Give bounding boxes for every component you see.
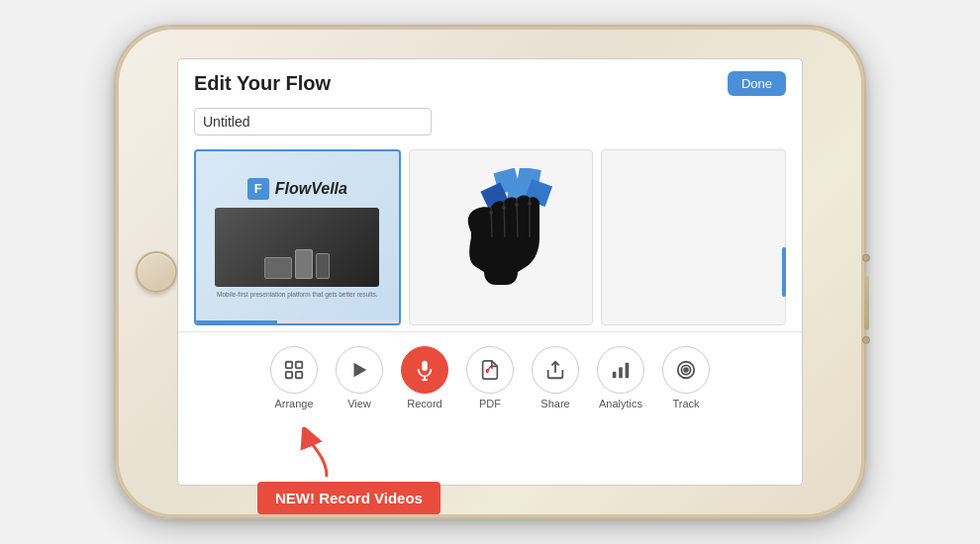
svg-rect-21 [613, 372, 617, 378]
slide-thumb-2[interactable] [409, 149, 594, 325]
toolbar-item-arrange[interactable]: Arrange [270, 346, 318, 409]
svg-rect-22 [619, 367, 623, 378]
screen-header: Edit Your Flow Done [178, 59, 802, 104]
share-icon [544, 359, 566, 381]
svg-point-26 [684, 368, 688, 372]
progress-bar [196, 320, 399, 323]
svg-point-10 [502, 206, 506, 210]
progress-fill [196, 320, 277, 323]
toolbar-item-track[interactable]: Track [662, 346, 710, 409]
record-label: Record [407, 398, 441, 409]
analytics-icon-circle [597, 346, 644, 394]
pdf-icon [479, 359, 501, 381]
svg-rect-18 [422, 361, 428, 371]
arrow-annotation: NEW! Record Videos [257, 427, 441, 514]
flowvella-icon: F [247, 178, 269, 200]
slides-area: F FlowVella [178, 143, 802, 331]
arrow-svg [297, 427, 356, 482]
view-label: View [347, 398, 371, 409]
camera-dot [862, 254, 870, 262]
svg-rect-13 [286, 362, 292, 368]
arrange-icon [283, 359, 305, 381]
page-title: Edit Your Flow [194, 72, 331, 95]
svg-marker-17 [354, 363, 367, 378]
analytics-label: Analytics [599, 398, 642, 409]
fist-graphic [410, 150, 593, 324]
arrange-label: Arrange [274, 398, 313, 409]
side-controls [862, 254, 870, 344]
arrange-icon-circle [270, 346, 318, 394]
iphone-shell: Edit Your Flow Done F FlowVella [114, 25, 866, 519]
svg-rect-23 [626, 363, 630, 379]
pdf-icon-circle [466, 346, 514, 394]
track-icon-circle [662, 346, 710, 394]
toolbar-item-share[interactable]: Share [532, 346, 579, 409]
mic-icon [414, 359, 436, 381]
slide-caption: Mobile-first presentation platform that … [213, 291, 382, 298]
new-badge: NEW! Record Videos [257, 482, 441, 514]
input-row [178, 104, 802, 143]
toolbar-item-view[interactable]: View [336, 346, 383, 409]
view-icon [348, 359, 370, 381]
share-label: Share [540, 398, 569, 409]
svg-point-9 [489, 211, 493, 215]
track-label: Track [672, 398, 699, 409]
home-button[interactable] [136, 251, 177, 293]
volume-bar [864, 276, 869, 330]
svg-rect-16 [296, 372, 302, 378]
toolbar-item-record[interactable]: Record [401, 346, 448, 409]
done-button[interactable]: Done [728, 71, 786, 96]
slide-thumb-1[interactable]: F FlowVella [194, 149, 401, 325]
slide-mockup [215, 208, 379, 287]
analytics-icon [610, 359, 632, 381]
svg-rect-15 [286, 372, 292, 378]
flowvella-name: FlowVella [275, 180, 347, 198]
track-icon [675, 359, 697, 381]
iphone-screen: Edit Your Flow Done F FlowVella [178, 59, 802, 485]
slide-mockup-inner [215, 208, 379, 287]
fist-svg [446, 168, 555, 307]
scroll-indicator [782, 247, 786, 297]
share-icon-circle [532, 346, 579, 394]
toolbar: Arrange View [178, 331, 802, 419]
view-icon-circle [336, 346, 383, 394]
slide-thumb-3[interactable] [601, 149, 786, 325]
pdf-label: PDF [479, 398, 501, 409]
speaker-dot [862, 336, 870, 344]
toolbar-item-analytics[interactable]: Analytics [597, 346, 644, 409]
svg-point-12 [528, 202, 532, 206]
svg-point-11 [515, 203, 519, 207]
scene: Edit Your Flow Done F FlowVella [0, 0, 980, 544]
flow-title-input[interactable] [194, 108, 432, 136]
record-icon-circle [401, 346, 448, 394]
svg-rect-14 [296, 362, 302, 368]
toolbar-item-pdf[interactable]: PDF [466, 346, 514, 409]
flowvella-logo: F FlowVella [247, 178, 347, 200]
